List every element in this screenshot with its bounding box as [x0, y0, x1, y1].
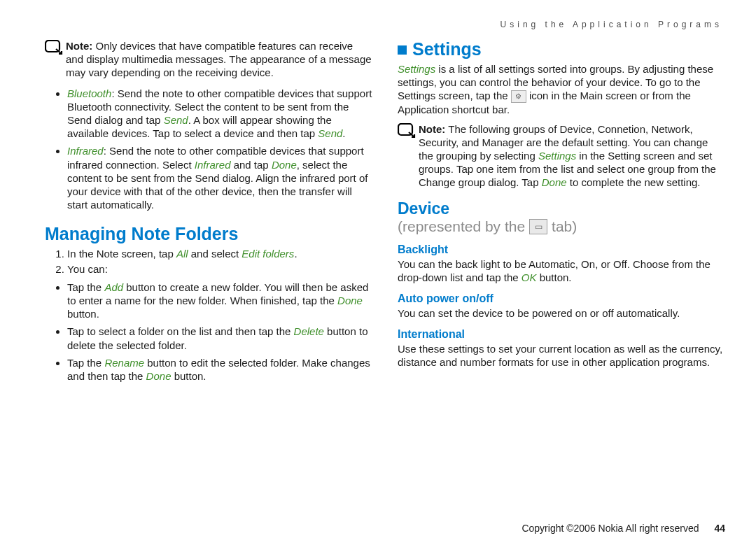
square-bullet-icon — [398, 45, 407, 55]
device-heading: Device — [398, 199, 725, 218]
option-name: Bluetooth — [67, 87, 111, 99]
subsection-body: You can the back light to be Automatic, … — [398, 257, 725, 284]
note-block: Note: The following groups of Device, Co… — [398, 122, 725, 190]
subsection-heading: Auto power on/off — [398, 292, 725, 305]
note-icon — [398, 123, 417, 190]
subsection-heading: International — [398, 328, 725, 341]
device-subheading: (represented by the ▭ tab) — [398, 218, 725, 235]
two-column-layout: Note: Only devices that have compatible … — [45, 39, 725, 390]
section-heading: Managing Note Folders — [45, 224, 372, 244]
step-item: You can: — [67, 262, 372, 276]
list-item: Tap the Rename button to edit the select… — [67, 356, 372, 383]
note-body: Only devices that have compatible featur… — [66, 40, 372, 78]
running-header: Using the Application Programs — [45, 20, 725, 29]
steps-list: In the Note screen, tap All and select E… — [45, 247, 372, 276]
settings-icon: ⚙ — [511, 90, 526, 103]
page-number: 44 — [714, 523, 725, 534]
folder-actions-list: Tap the Add button to create a new folde… — [45, 281, 372, 383]
left-column: Note: Only devices that have compatible … — [45, 39, 372, 390]
section-heading: Settings — [398, 39, 725, 59]
list-item: Infrared: Send the note to other compati… — [67, 144, 372, 211]
send-options-list: Bluetooth: Send the note to other compat… — [45, 87, 372, 212]
subsection-body: You can set the device to be powered on … — [398, 306, 725, 320]
note-icon — [45, 40, 64, 80]
right-column: Settings Settings is a list of all setti… — [398, 39, 725, 390]
option-name: Infrared — [67, 145, 104, 157]
note-block: Note: Only devices that have compatible … — [45, 39, 372, 80]
note-text: Note: Only devices that have compatible … — [66, 39, 372, 80]
note-label: Note: — [66, 40, 92, 52]
note-label: Note: — [419, 123, 445, 135]
subsection-body: Use these settings to set your current l… — [398, 342, 725, 369]
note-text: Note: The following groups of Device, Co… — [419, 122, 725, 190]
page-footer: Copyright ©2006 Nokia All right reserved… — [522, 523, 725, 534]
device-tab-icon: ▭ — [529, 219, 547, 234]
copyright-text: Copyright ©2006 Nokia All right reserved — [522, 523, 699, 534]
list-item: Tap the Add button to create a new folde… — [67, 281, 372, 321]
intro-paragraph: Settings is a list of all settings sorte… — [398, 62, 725, 117]
list-item: Tap to select a folder on the list and t… — [67, 325, 372, 351]
step-item: In the Note screen, tap All and select E… — [67, 247, 372, 261]
subsection-heading: Backlight — [398, 243, 725, 256]
list-item: Bluetooth: Send the note to other compat… — [67, 87, 372, 141]
page: Using the Application Programs Note: Onl… — [0, 0, 756, 545]
